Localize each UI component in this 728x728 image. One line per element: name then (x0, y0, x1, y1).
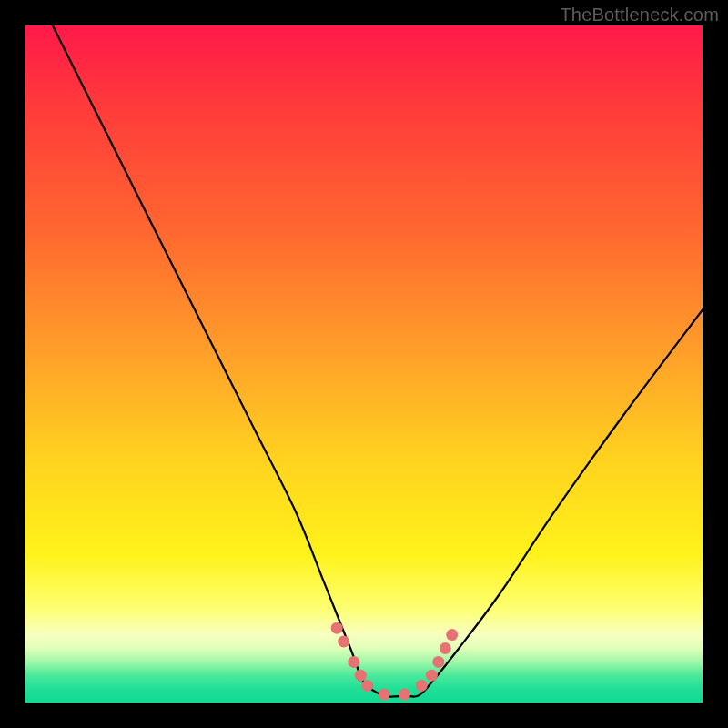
highlight-dot (379, 689, 390, 701)
plot-area (25, 25, 703, 703)
highlight-dot (416, 680, 428, 692)
highlight-dot (440, 642, 451, 654)
highlight-dot (348, 656, 359, 668)
highlight-dot (355, 670, 367, 682)
highlight-dot (338, 636, 349, 648)
highlight-dot (426, 670, 438, 682)
highlight-dot (399, 689, 410, 701)
highlight-dot (432, 656, 444, 668)
chart-frame: TheBottleneck.com (0, 0, 728, 728)
highlight-dot (361, 680, 373, 692)
bottleneck-curve (53, 25, 703, 697)
curve-layer (25, 25, 703, 703)
highlight-dots (331, 622, 459, 701)
highlight-dot (331, 622, 343, 634)
watermark-text: TheBottleneck.com (560, 5, 719, 25)
highlight-dot (446, 629, 458, 641)
